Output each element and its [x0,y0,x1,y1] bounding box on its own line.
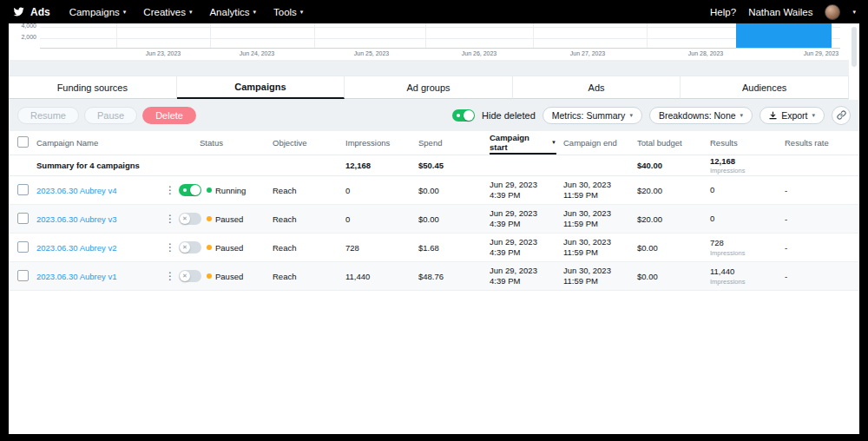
summary-impressions: 12,168 [345,161,418,170]
chevron-down-icon: ▾ [123,9,127,15]
help-link[interactable]: Help? [710,7,736,17]
cell-objective: Reach [273,272,345,281]
chevron-down-icon: ▾ [189,9,193,15]
delete-button[interactable]: Delete [142,107,196,124]
cell-objective: Reach [273,243,345,253]
cell-objective: Reach [273,186,345,195]
col-status[interactable]: Status [179,138,273,148]
col-results-rate[interactable]: Results rate [785,138,859,148]
chevron-down-icon: ▾ [253,9,256,15]
scrollbar[interactable] [852,27,857,67]
section-tabs: Funding sources Campaigns Ad groups Ads … [9,76,849,99]
pause-button[interactable]: Pause [84,107,137,124]
col-total-budget[interactable]: Total budget [637,138,710,148]
tab-campaigns[interactable]: Campaigns [177,76,345,99]
cell-objective: Reach [273,214,345,224]
breakdowns-dropdown[interactable]: Breakdowns: None▾ [649,107,753,124]
col-impressions[interactable]: Impressions [345,138,418,148]
spacer [9,60,859,76]
summary-results: 12,168 Impressions [710,156,785,174]
tab-audiences[interactable]: Audiences [681,76,849,99]
tab-ads[interactable]: Ads [513,76,681,99]
cell-results-rate: - [785,243,859,253]
x-axis-line [40,48,840,49]
tab-funding-sources[interactable]: Funding sources [9,76,177,99]
v-gridline [425,23,426,48]
cell-total-budget: $0.00 [637,243,710,253]
y-axis-tick: 2,000 [9,34,36,40]
avatar[interactable] [825,4,840,20]
chevron-down-icon: ▾ [300,9,304,15]
cell-campaign-start: Jun 29, 20234:39 PM [490,266,563,287]
nav-campaigns[interactable]: Campaigns▾ [69,7,127,17]
row-toggle[interactable]: ✕ [179,241,201,253]
cell-results: 0 [710,214,785,224]
status-dot [207,273,212,279]
cell-campaign-start: Jun 29, 20234:39 PM [490,208,563,230]
nav-analytics[interactable]: Analytics▾ [209,7,256,17]
status-badge: Paused [207,272,243,281]
table-header: Campaign Name Status Objective Impressio… [9,131,859,155]
share-link-button[interactable] [832,106,851,125]
cell-results-rate: - [785,272,859,281]
campaign-link[interactable]: 2023.06.30 Aubrey v3 [36,214,116,224]
cell-campaign-end: Jun 30, 202311:59 PM [563,208,637,230]
nav-tools[interactable]: Tools▾ [273,7,303,17]
row-checkbox[interactable] [17,184,29,195]
twitter-bird-icon [12,6,25,17]
status-badge: Paused [207,214,243,224]
campaign-link[interactable]: 2023.06.30 Aubrey v1 [36,272,116,281]
col-results[interactable]: Results [710,138,785,148]
cell-spend: $48.76 [418,272,490,281]
cell-impressions: 11,440 [345,272,418,281]
row-checkbox[interactable] [17,241,29,253]
x-axis-tick: Jun 24, 2023 [240,50,274,56]
chart-panel: 4,000 2,000 Jun 23, 2023 Jun 24, 2023 Ju… [9,23,859,60]
export-button[interactable]: Export▾ [760,107,825,124]
row-toggle[interactable]: ✕ [179,184,201,196]
chevron-down-icon: ▾ [740,112,744,118]
col-campaign-end[interactable]: Campaign end [563,138,637,148]
col-campaign-start[interactable]: Campaign start▼ [490,131,556,155]
cell-campaign-end: Jun 30, 202311:59 PM [563,180,637,201]
header-checkbox[interactable] [17,136,29,148]
table-row: 2023.06.30 Aubrey v4 ⋮ ✕ Running Reach 0… [9,176,859,205]
col-campaign-name[interactable]: Campaign Name [36,138,163,148]
row-checkbox[interactable] [17,213,29,224]
resume-button[interactable]: Resume [17,107,79,124]
cell-campaign-end: Jun 30, 202311:59 PM [563,237,637,259]
table-row: 2023.06.30 Aubrey v2 ⋮ ✕ Paused Reach 72… [9,234,859,262]
nav-creatives[interactable]: Creatives▾ [143,7,192,17]
row-menu-button[interactable]: ⋮ [163,184,177,196]
h-gridline [40,27,840,28]
summary-row: Summary for 4 campaigns 12,168 $50.45 $4… [9,155,859,176]
row-toggle[interactable]: ✕ [179,213,201,225]
cell-results: 728Impressions [710,238,785,256]
metrics-dropdown[interactable]: Metrics: Summary▾ [542,107,642,124]
row-menu-button[interactable]: ⋮ [163,213,177,225]
download-icon [769,111,777,120]
summary-label: Summary for 4 campaigns [36,161,163,170]
x-axis-tick: Jun 27, 2023 [570,50,605,56]
link-icon [837,110,846,120]
summary-spend: $50.45 [418,161,490,170]
table-row: 2023.06.30 Aubrey v3 ⋮ ✕ Paused Reach 0 … [9,205,859,234]
cell-total-budget: $20.00 [637,214,710,224]
hide-deleted-toggle[interactable] [452,109,475,122]
status-dot [207,188,212,193]
campaign-link[interactable]: 2023.06.30 Aubrey v4 [36,186,116,195]
row-toggle[interactable]: ✕ [179,270,201,282]
row-menu-button[interactable]: ⋮ [163,270,177,282]
twitter-ads-logo[interactable]: Ads [12,6,50,18]
v-gridline [533,23,534,48]
cell-campaign-start: Jun 29, 20234:39 PM [490,180,563,201]
col-spend[interactable]: Spend [418,138,490,148]
tab-ad-groups[interactable]: Ad groups [345,76,513,99]
chevron-down-icon[interactable]: ▾ [852,9,856,15]
col-objective[interactable]: Objective [273,138,345,148]
row-checkbox[interactable] [17,270,29,281]
row-menu-button[interactable]: ⋮ [163,241,177,253]
main-panel: 4,000 2,000 Jun 23, 2023 Jun 24, 2023 Ju… [9,23,859,434]
user-menu[interactable]: Nathan Wailes [748,7,812,17]
campaign-link[interactable]: 2023.06.30 Aubrey v2 [36,243,116,253]
